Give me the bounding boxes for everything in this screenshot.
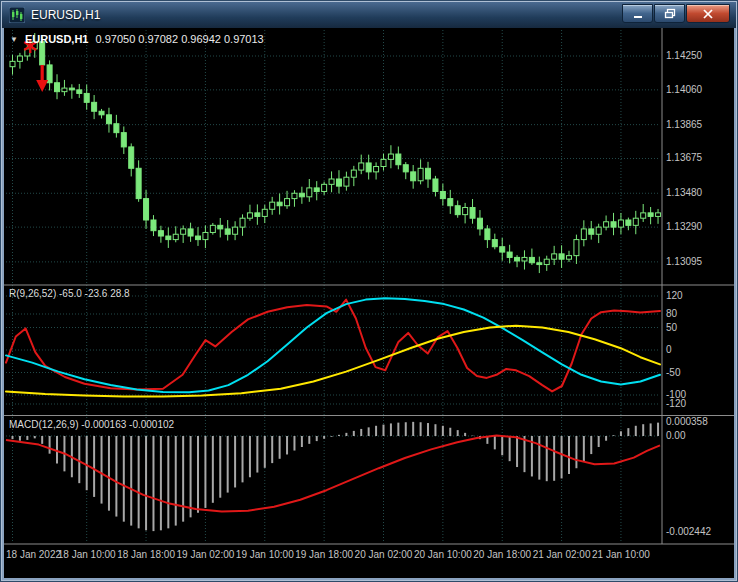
minimize-button[interactable] <box>622 4 653 23</box>
price-axis-label: 1.13675 <box>666 152 703 163</box>
time-axis-label: 20 Jan 10:00 <box>414 549 472 560</box>
time-axis-label: 20 Jan 18:00 <box>473 549 531 560</box>
price-axis-label: 1.14250 <box>666 50 703 61</box>
window-controls <box>622 4 730 23</box>
terminal-window: EURUSD,H1 1.142501.140601.138651.136751.… <box>0 0 738 582</box>
oscillator-axis-label: -120 <box>666 398 686 409</box>
time-axis-label: 18 Jan 18:00 <box>117 549 175 560</box>
oscillator-axis-label: 50 <box>666 322 678 333</box>
time-axis-label: 19 Jan 10:00 <box>236 549 294 560</box>
chart-client-area: 1.142501.140601.138651.136751.134801.132… <box>4 28 734 578</box>
price-axis-label: 1.13865 <box>666 119 703 130</box>
macd-axis-label: 0.00 <box>666 430 686 441</box>
time-axis-labels: 18 Jan 202218 Jan 10:0018 Jan 18:0019 Ja… <box>6 549 650 560</box>
macd-axis-label: 0.000358 <box>666 416 708 427</box>
oscillator-axis-label: 0 <box>666 344 672 355</box>
chart-canvas[interactable]: 1.142501.140601.138651.136751.134801.132… <box>4 28 734 578</box>
time-axis-label: 19 Jan 18:00 <box>295 549 353 560</box>
close-button[interactable] <box>686 4 730 23</box>
sell-arrow-marker <box>36 80 48 92</box>
minimize-icon <box>632 9 644 19</box>
price-axis-label: 1.14060 <box>666 84 703 95</box>
price-axis-label: 1.13095 <box>666 256 703 267</box>
chevron-down-icon[interactable]: ▼ <box>10 35 18 44</box>
macd-axis-label: -0.002442 <box>666 526 711 537</box>
axis-labels: 1.142501.140601.138651.136751.134801.132… <box>666 50 711 537</box>
macd-histogram <box>13 422 659 531</box>
oscillator-axis-label: -50 <box>666 367 681 378</box>
oscillator-axis-label: 80 <box>666 308 678 319</box>
candlestick-series <box>10 33 661 273</box>
restore-icon <box>664 8 676 19</box>
price-axis-label: 1.13480 <box>666 187 703 198</box>
time-axis-label: 20 Jan 02:00 <box>355 549 413 560</box>
time-axis-label: 18 Jan 2022 <box>6 549 61 560</box>
panel-separators <box>4 28 734 544</box>
close-icon <box>702 9 714 19</box>
time-axis-label: 19 Jan 02:00 <box>177 549 235 560</box>
window-title: EURUSD,H1 <box>31 8 100 22</box>
restore-button[interactable] <box>654 4 685 23</box>
oscillator-axis-label: 120 <box>666 290 683 301</box>
time-axis-label: 21 Jan 10:00 <box>592 549 650 560</box>
time-axis-label: 21 Jan 02:00 <box>533 549 591 560</box>
time-axis-label: 18 Jan 10:00 <box>58 549 116 560</box>
price-axis-label: 1.13290 <box>666 221 703 232</box>
chart-app-icon <box>9 7 25 23</box>
